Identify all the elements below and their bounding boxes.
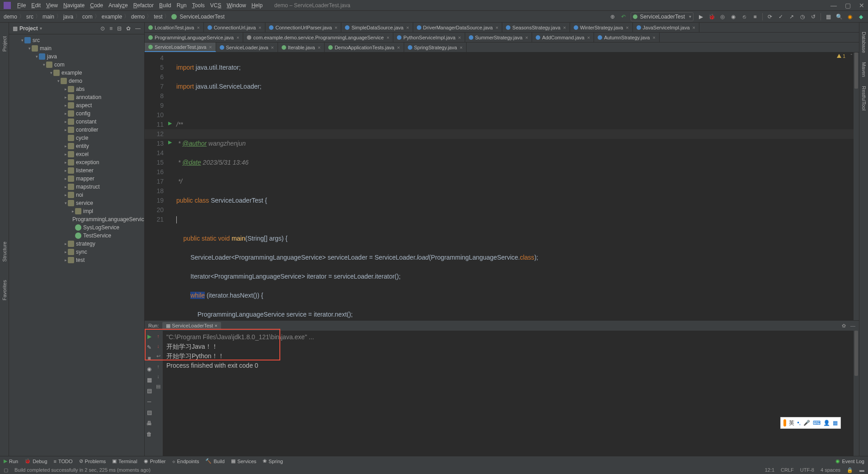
code-editor[interactable]: 1 ˆ ˇ 456789101112131415161718192021 ▶ ▶… [145, 52, 859, 320]
tree-node[interactable]: ▸aspect [9, 101, 144, 109]
code-text[interactable]: import java.util.Iterator; import java.u… [176, 53, 538, 320]
run-settings-icon[interactable]: ✿ [842, 323, 846, 329]
editor-tab[interactable]: WinterStrategy.java× [570, 23, 633, 32]
bottom-eventlog[interactable]: ◉ Event Log [835, 458, 864, 464]
tree-node[interactable]: ▸exception [9, 158, 144, 166]
bc-com[interactable]: com [82, 14, 93, 20]
ime-toolbar[interactable]: 英 •, 🎤 ⌨ 👤 ▦ [780, 417, 841, 429]
bottom-spring[interactable]: ❀ Spring [263, 458, 283, 464]
inspection-warnings[interactable]: 1 [837, 53, 845, 59]
ime-user-icon[interactable]: 👤 [823, 420, 830, 426]
tree-node[interactable]: TestService [9, 232, 144, 240]
tree-node[interactable]: SysLogService [9, 223, 144, 232]
bottom-todo[interactable]: ≡ TODO [54, 459, 73, 464]
tree-node[interactable]: ▾example [9, 69, 144, 77]
project-structure-icon[interactable]: ▦ [825, 13, 832, 20]
bottom-terminal[interactable]: ▣ Terminal [112, 458, 137, 464]
bc-demo[interactable]: demo [4, 14, 17, 20]
editor-tab[interactable]: SimpleDataSource.java× [341, 23, 413, 32]
run-gutter-icon[interactable]: ▶ [168, 120, 172, 126]
ime-lang[interactable]: 英 [789, 419, 794, 427]
export-icon[interactable]: ▤ [146, 409, 152, 416]
ime-keyboard-icon[interactable]: ⌨ [813, 420, 821, 426]
editor-tab[interactable]: DriverManagerDataSource.java× [413, 23, 503, 32]
editor-tab[interactable]: LocaltionTest.java× [145, 23, 204, 32]
editor-tab[interactable]: ServiceLoaderTest.java× [145, 43, 216, 52]
bottom-problems[interactable]: ⊘ Problems [79, 458, 106, 464]
print-icon[interactable]: 🖶 [146, 420, 152, 427]
add-config-icon[interactable]: ⊕ [609, 13, 616, 20]
sidebar-structure[interactable]: Structure [2, 242, 7, 262]
status-mem-icon[interactable]: ▬ [859, 467, 864, 473]
run-hide-icon[interactable]: — [850, 323, 855, 329]
tree-node[interactable]: cycle [9, 134, 144, 142]
status-enc[interactable]: UTF-8 [800, 467, 814, 473]
menu-code[interactable]: Code [87, 2, 106, 9]
editor-tab[interactable]: com.example.demo.service.ProgrammingLang… [243, 33, 393, 42]
vcs-rollback-icon[interactable]: ↺ [810, 13, 817, 20]
sidebar-restfultool[interactable]: RestfulTool [861, 86, 867, 110]
avatar-icon[interactable]: ◆ [857, 13, 864, 20]
pin-icon[interactable]: ▤ [146, 388, 152, 394]
editor-tab[interactable]: SummerStrategy.java× [465, 33, 532, 42]
editor-tab[interactable]: DemoApplicationTests.java× [325, 43, 404, 52]
tree-node[interactable]: ▸noi [9, 191, 144, 199]
editor-scrollbar[interactable] [854, 52, 859, 320]
bottom-build[interactable]: 🔨 Build [205, 458, 224, 464]
back-icon[interactable]: ↶ [620, 13, 627, 20]
debug-icon[interactable]: 🐞 [708, 13, 715, 20]
rerun-icon[interactable]: ▶ [146, 333, 152, 340]
maximize-icon[interactable]: ▢ [845, 2, 851, 9]
editor-tab[interactable]: SeasonsStrategy.java× [502, 23, 570, 32]
sidebar-database[interactable]: Database [861, 32, 867, 53]
vcs-commit-icon[interactable]: ✓ [777, 13, 784, 20]
run-gutter-icon[interactable]: ▶ [168, 139, 172, 145]
editor-tab[interactable]: Iterable.java× [278, 43, 325, 52]
menu-window[interactable]: Window [224, 2, 249, 9]
tree-node[interactable]: ▸impl [9, 207, 144, 215]
select-opened-icon[interactable]: ⊙ [100, 25, 105, 32]
tree-node[interactable]: ▾service [9, 199, 144, 207]
attach-icon[interactable]: ⎋ [741, 13, 748, 20]
bc-example[interactable]: example [102, 14, 122, 20]
console-scrollbar[interactable] [854, 331, 859, 456]
tree-node[interactable]: ▸sync [9, 248, 144, 256]
vcs-update-icon[interactable]: ⟳ [766, 13, 774, 20]
settings-icon[interactable]: ✿ [126, 25, 131, 32]
editor-tab[interactable]: AutumnStrategy.java× [594, 33, 660, 42]
editor-tab[interactable]: ConnectionUrl.java× [204, 23, 265, 32]
editor-tab[interactable]: PythonServiceImpl.java× [393, 33, 465, 42]
tree-node[interactable]: ProgrammingLanguageService [9, 215, 144, 223]
scroll-end-icon[interactable]: ↓ [157, 374, 160, 379]
bc-src[interactable]: src [26, 14, 33, 20]
sidebar-favorites[interactable]: Favorites [2, 280, 7, 300]
menu-build[interactable]: Build [156, 2, 174, 9]
minimize-icon[interactable]: — [830, 2, 837, 9]
bottom-services[interactable]: ▦ Services [231, 458, 256, 464]
tree-node[interactable]: ▸config [9, 109, 144, 118]
menu-help[interactable]: Help [249, 2, 265, 9]
search-icon[interactable]: 🔍 [835, 13, 843, 20]
tree-node[interactable]: ▸entity [9, 142, 144, 150]
status-crlf[interactable]: CRLF [781, 467, 794, 473]
bc-file[interactable]: ServiceLoaderTest [179, 14, 224, 20]
stop-run-icon[interactable]: ■ [146, 355, 152, 361]
expand-all-icon[interactable]: ≡ [109, 25, 113, 32]
edit-config-icon[interactable]: ✎ [146, 344, 152, 351]
tree-node[interactable]: ▸abs [9, 85, 144, 93]
tree-node[interactable]: ▸test [9, 256, 144, 264]
menu-view[interactable]: View [43, 2, 61, 9]
tree-node[interactable]: ▾com [9, 61, 144, 69]
menu-run[interactable]: Run [174, 2, 189, 9]
up-icon[interactable]: ↑ [157, 333, 160, 339]
status-pos[interactable]: 12:1 [765, 467, 774, 473]
tree-node[interactable]: ▸constant [9, 118, 144, 126]
ime-mic-icon[interactable]: 🎤 [803, 420, 810, 426]
menu-analyze[interactable]: Analyze [106, 2, 131, 9]
editor-tab[interactable]: JavaServiceImpl.java× [633, 23, 699, 32]
menu-navigate[interactable]: Navigate [61, 2, 87, 9]
menu-edit[interactable]: Edit [28, 2, 43, 9]
stop-icon[interactable]: ■ [751, 13, 759, 20]
tree-node[interactable]: ▸mapstruct [9, 183, 144, 191]
status-indent[interactable]: 4 spaces [821, 467, 840, 473]
